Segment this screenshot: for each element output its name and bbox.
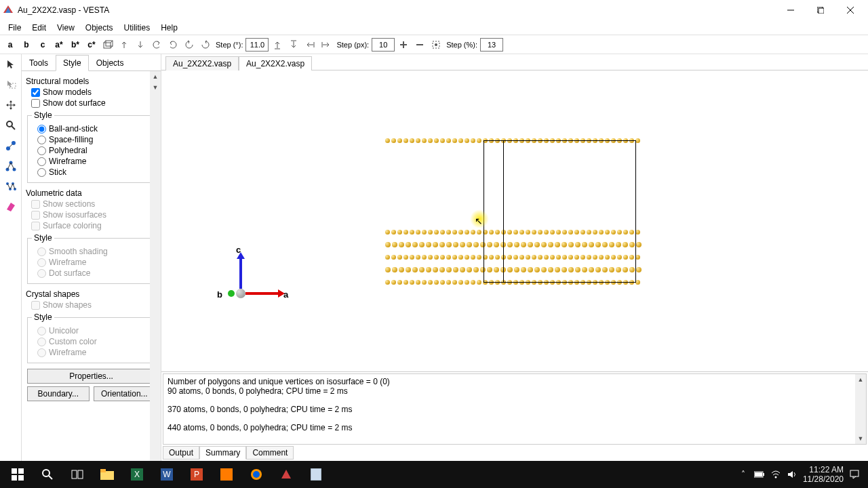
wireframe-radio[interactable]: Wireframe [37,157,151,166]
zoom-out-icon[interactable] [412,37,427,52]
tray-clock[interactable]: 11:22 AM 11/28/2020 [803,465,844,485]
boundary-button[interactable]: Boundary... [27,386,90,401]
rotate-ccw-icon[interactable] [182,37,197,52]
vd-wireframe-radio: Wireframe [37,258,151,267]
doc-tab-2[interactable]: Au_2X2X2.vasp [239,56,312,70]
translate-right-icon[interactable] [319,37,334,52]
output-tab-comment[interactable]: Comment [246,446,294,460]
svg-rect-57 [311,468,321,481]
svg-marker-62 [788,471,793,478]
tray-chevron-icon[interactable]: ˄ [738,469,749,480]
firefox-icon[interactable] [241,461,271,488]
minimize-button[interactable] [776,0,806,20]
redo-icon[interactable] [165,37,180,52]
output-scrollbar[interactable]: ▲▼ [855,374,866,444]
menu-edit[interactable]: Edit [26,22,52,34]
style-legend: Style [32,110,54,120]
side-tab-style[interactable]: Style [56,55,89,71]
svg-point-41 [43,470,50,476]
maximize-button[interactable] [806,0,835,20]
step-px-input[interactable] [372,38,395,52]
doc-tab-1[interactable]: Au_2X2X2.vasp [165,56,239,70]
output-tab-output[interactable]: Output [163,446,199,460]
menu-utilities[interactable]: Utilities [119,22,156,34]
rotate-cw-icon[interactable] [198,37,213,52]
word-icon[interactable]: W [152,461,182,488]
tray-volume-icon[interactable] [787,469,797,480]
axis-a-button[interactable]: a [3,37,18,52]
axis-cstar-button[interactable]: c* [84,37,99,52]
crystal-model [385,138,643,287]
output-textarea[interactable]: Number of polygons and unique vertices o… [163,373,867,445]
pointer-tool-icon[interactable] [2,56,20,73]
plane-tool-icon[interactable] [2,198,20,216]
stick-radio[interactable]: Stick [37,167,151,177]
file-explorer-icon[interactable] [92,461,122,488]
svg-line-28 [9,144,12,147]
start-button[interactable] [3,461,33,488]
notepad-icon[interactable] [301,461,331,488]
svg-rect-7 [104,43,111,48]
rotate-up-icon[interactable] [117,37,132,52]
distance-tool-icon[interactable] [2,137,20,155]
svg-rect-43 [72,470,77,479]
tray-battery-icon[interactable] [754,469,765,480]
tray-notifications-icon[interactable] [849,469,860,480]
move-tool-icon[interactable] [2,96,20,114]
polyhedral-radio[interactable]: Polyhedral [37,146,151,155]
viewport-3d[interactable]: c a b ↖ [161,70,868,371]
svg-rect-44 [78,470,83,479]
side-tab-tools[interactable]: Tools [22,55,56,71]
show-models-checkbox[interactable]: Show models [31,87,157,97]
undo-icon[interactable] [149,37,164,52]
space-filling-radio[interactable]: Space-filling [37,135,151,144]
smooth-shading-radio: Smooth shading [37,247,151,256]
svg-rect-63 [850,470,859,476]
tray-wifi-icon[interactable] [770,469,781,480]
sidepanel-scrollbar[interactable]: ▲▼ [150,71,161,461]
step-pct-input[interactable] [480,38,503,52]
axis-bstar-button[interactable]: b* [68,37,83,52]
translate-up-icon[interactable] [270,37,285,52]
menu-file[interactable]: File [3,22,26,34]
volumetric-data-label: Volumetric data [26,188,157,198]
powerpoint-icon[interactable]: P [182,461,212,488]
zoom-tool-icon[interactable] [2,117,20,134]
side-tab-objects[interactable]: Objects [89,55,132,71]
ball-and-stick-radio[interactable]: Ball-and-stick [37,124,151,134]
angle-tool-icon[interactable] [2,157,20,175]
svg-marker-56 [281,470,291,479]
fit-icon[interactable] [429,37,443,52]
output-tab-summary[interactable]: Summary [199,446,246,460]
task-view-icon[interactable] [62,461,92,488]
show-dot-surface-checkbox[interactable]: Show dot surface [31,98,157,108]
orientation-button[interactable]: Orientation... [94,386,156,401]
translate-down-icon[interactable] [286,37,301,52]
rotate-down-icon[interactable] [133,37,148,52]
close-button[interactable] [835,0,865,20]
step-px-label: Step (px): [336,41,369,49]
svg-text:P: P [194,470,199,479]
svg-line-42 [49,476,52,479]
select-rect-tool-icon[interactable] [2,76,20,94]
translate-left-icon[interactable] [302,37,317,52]
svg-point-20 [435,43,437,46]
axis-c-button[interactable]: c [35,37,50,52]
axis-astar-button[interactable]: a* [52,37,66,52]
excel-icon[interactable]: X [122,461,152,488]
svg-marker-36 [7,203,15,211]
app-orange-icon[interactable] [212,461,241,488]
axis-b-button[interactable]: b [19,37,34,52]
perspective-icon[interactable] [100,37,115,52]
menu-view[interactable]: View [52,22,80,34]
axis-compass: c a b [216,236,297,304]
properties-button[interactable]: Properties... [27,369,155,384]
step-deg-input[interactable] [245,38,269,52]
dihedral-tool-icon[interactable] [2,178,20,195]
menu-help[interactable]: Help [155,22,183,34]
search-icon[interactable] [33,461,62,488]
menu-objects[interactable]: Objects [80,22,119,34]
vesta-taskbar-icon[interactable] [271,461,301,488]
zoom-in-icon[interactable] [396,37,411,52]
structural-models-label: Structural models [26,77,157,86]
